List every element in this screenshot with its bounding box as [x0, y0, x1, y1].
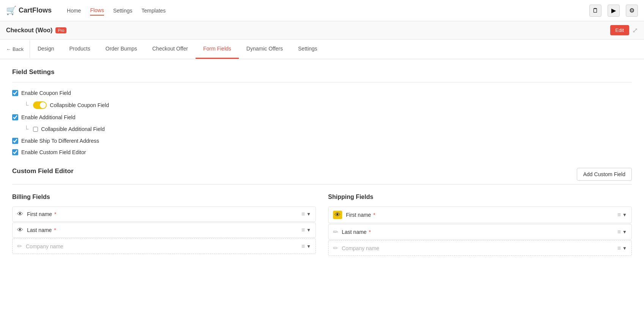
main-content: Field Settings Enable Coupon Field └ Col… [0, 59, 644, 266]
tab-checkout-offer[interactable]: Checkout Offer [145, 39, 196, 59]
billing-company-name-hamburger[interactable]: ≡ [301, 243, 305, 250]
shipping-company-name-actions: ≡ ▼ [617, 245, 627, 252]
shipping-last-name-row: ✏ Last name * ≡ ▼ [328, 224, 632, 240]
shipping-fields-col: Shipping Fields 👁 First name * ≡ ▼ ✏ [328, 194, 632, 257]
sub-indent-additional: └ [24, 126, 28, 133]
tab-bar: ← Back Design Products Order Bumps Check… [0, 39, 644, 59]
enable-coupon-row: Enable Coupon Field [12, 90, 632, 96]
collapsible-coupon-toggle[interactable] [33, 101, 47, 109]
edit-button[interactable]: Edit [610, 25, 629, 35]
enable-additional-label: Enable Additional Field [21, 114, 75, 120]
billing-company-name-label: Company name [26, 243, 298, 249]
pro-badge: Pro [55, 27, 66, 33]
shipping-first-name-label: First name * [346, 212, 614, 218]
billing-last-name-required: * [52, 227, 56, 233]
nav-home[interactable]: Home [67, 6, 81, 15]
add-custom-field-button[interactable]: Add Custom Field [577, 168, 632, 181]
billing-first-name-hamburger[interactable]: ≡ [301, 211, 305, 218]
top-nav: 🛒 CartFlows Home Flows Settings Template… [0, 0, 644, 21]
enable-ship-label: Enable Ship To Different Address [21, 138, 99, 144]
header-actions: Edit ⤢ [610, 25, 638, 35]
billing-last-name-label: Last name * [27, 227, 298, 233]
page-header: Checkout (Woo) Pro Edit ⤢ [0, 21, 644, 39]
enable-custom-field-row: Enable Custom Field Editor [12, 149, 632, 155]
shipping-last-name-required: * [367, 229, 371, 235]
custom-field-editor-header: Custom Field Editor Add Custom Field [12, 167, 632, 181]
tab-form-fields[interactable]: Form Fields [196, 39, 239, 59]
fields-columns: Billing Fields 👁 First name * ≡ ▼ 👁 [12, 194, 632, 257]
enable-ship-checkbox[interactable] [12, 138, 18, 144]
collapsible-coupon-row: └ Collapsible Coupon Field [12, 101, 632, 109]
shipping-last-name-visibility-icon[interactable]: ✏ [333, 228, 338, 235]
collapsible-coupon-label: Collapsible Coupon Field [50, 102, 109, 108]
nav-icon-group: 🗒 ▶ ⚙ [589, 5, 638, 17]
logo-text: CartFlows [19, 6, 52, 14]
custom-field-divider [12, 184, 632, 185]
billing-first-name-actions: ≡ ▼ [301, 211, 311, 218]
shipping-first-name-visibility-icon[interactable]: 👁 [333, 211, 342, 219]
shipping-first-name-actions: ≡ ▼ [617, 211, 627, 218]
billing-fields-col: Billing Fields 👁 First name * ≡ ▼ 👁 [12, 194, 316, 257]
enable-additional-checkbox[interactable] [12, 114, 18, 120]
tab-order-bumps[interactable]: Order Bumps [98, 39, 145, 59]
billing-company-name-row: ✏ Company name ≡ ▼ [12, 238, 316, 254]
logo-icon: 🛒 [6, 6, 16, 16]
tab-settings[interactable]: Settings [290, 39, 325, 59]
billing-fields-title: Billing Fields [12, 194, 316, 200]
nav-flows[interactable]: Flows [90, 6, 104, 16]
field-settings-section: Field Settings Enable Coupon Field └ Col… [12, 68, 632, 155]
billing-first-name-chevron[interactable]: ▼ [306, 211, 311, 217]
shipping-company-name-label: Company name [342, 245, 614, 251]
billing-company-name-visibility-icon[interactable]: ✏ [17, 243, 22, 250]
shipping-last-name-chevron[interactable]: ▼ [622, 229, 627, 235]
page-title: Checkout (Woo) [6, 27, 52, 34]
billing-first-name-required: * [53, 211, 56, 217]
billing-company-name-chevron[interactable]: ▼ [306, 244, 311, 249]
enable-additional-row: Enable Additional Field [12, 114, 632, 120]
custom-field-editor-title: Custom Field Editor [12, 167, 74, 175]
nav-settings[interactable]: Settings [113, 6, 133, 15]
nav-icon-copy[interactable]: 🗒 [589, 5, 601, 17]
billing-first-name-row: 👁 First name * ≡ ▼ [12, 207, 316, 222]
billing-last-name-actions: ≡ ▼ [301, 227, 311, 233]
custom-field-editor-section: Custom Field Editor Add Custom Field Bil… [12, 167, 632, 257]
billing-first-name-visibility-icon[interactable]: 👁 [17, 211, 23, 218]
enable-coupon-checkbox[interactable] [12, 90, 18, 96]
shipping-company-name-hamburger[interactable]: ≡ [617, 245, 621, 252]
billing-last-name-hamburger[interactable]: ≡ [301, 227, 305, 233]
enable-custom-field-checkbox[interactable] [12, 149, 18, 155]
shipping-company-name-row: ✏ Company name ≡ ▼ [328, 240, 632, 256]
enable-custom-field-label: Enable Custom Field Editor [21, 149, 86, 155]
nav-icon-play[interactable]: ▶ [608, 5, 620, 17]
tab-back[interactable]: ← Back [0, 40, 30, 58]
sub-indent-coupon: └ [24, 102, 28, 109]
billing-company-name-actions: ≡ ▼ [301, 243, 311, 250]
field-settings-title: Field Settings [12, 68, 632, 76]
collapsible-additional-label: Collapsible Additional Field [41, 126, 104, 132]
expand-icon[interactable]: ⤢ [632, 26, 638, 35]
enable-ship-row: Enable Ship To Different Address [12, 138, 632, 144]
billing-last-name-chevron[interactable]: ▼ [306, 227, 311, 233]
billing-last-name-visibility-icon[interactable]: 👁 [17, 227, 23, 233]
collapsible-additional-row: └ Collapsible Additional Field [12, 126, 632, 133]
nav-icon-gear[interactable]: ⚙ [626, 5, 638, 17]
shipping-last-name-label: Last name * [342, 229, 614, 235]
enable-coupon-label: Enable Coupon Field [21, 90, 71, 96]
shipping-last-name-hamburger[interactable]: ≡ [617, 229, 621, 235]
shipping-company-name-visibility-icon[interactable]: ✏ [333, 245, 338, 252]
shipping-last-name-actions: ≡ ▼ [617, 229, 627, 235]
shipping-fields-title: Shipping Fields [328, 194, 632, 200]
tab-dynamic-offers[interactable]: Dynamic Offers [239, 39, 290, 59]
tab-design[interactable]: Design [30, 39, 62, 59]
shipping-first-name-row: 👁 First name * ≡ ▼ [328, 207, 632, 223]
nav-templates[interactable]: Templates [142, 6, 166, 15]
collapsible-additional-checkbox[interactable] [33, 127, 38, 132]
shipping-first-name-required: * [372, 212, 375, 218]
field-settings-divider [12, 82, 632, 82]
tab-products[interactable]: Products [62, 39, 98, 59]
billing-first-name-label: First name * [27, 211, 298, 217]
shipping-company-name-chevron[interactable]: ▼ [622, 246, 627, 251]
shipping-first-name-chevron[interactable]: ▼ [622, 212, 627, 218]
shipping-first-name-hamburger[interactable]: ≡ [617, 211, 621, 218]
logo: 🛒 CartFlows [6, 6, 52, 16]
